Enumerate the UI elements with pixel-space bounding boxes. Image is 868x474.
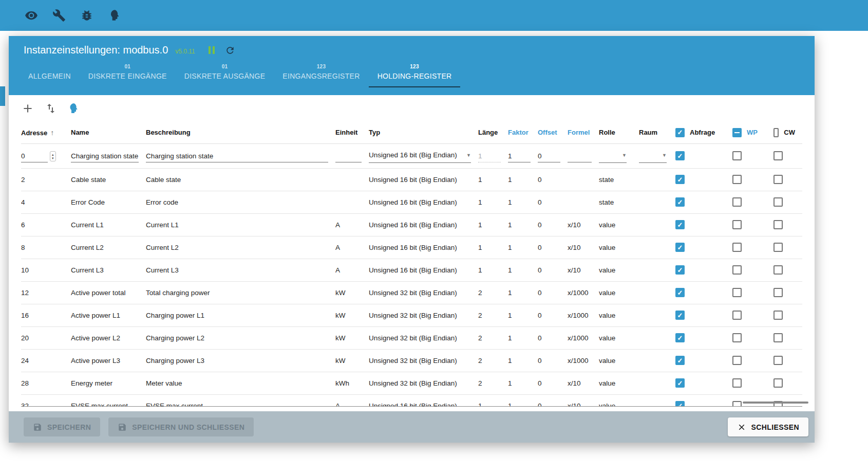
wp-checkbox[interactable] <box>732 356 742 365</box>
number-spinner[interactable]: ▴▾ <box>50 151 56 161</box>
factor-input[interactable] <box>508 150 531 162</box>
cell-room <box>639 281 675 304</box>
register-row[interactable]: 6Current L1Current L1AUnsigned 16 bit (B… <box>21 213 802 236</box>
visibility-icon[interactable] <box>25 9 38 22</box>
cell-description: Current L1 <box>146 213 335 236</box>
cw-checkbox[interactable] <box>773 265 783 275</box>
cell-offset: 0 <box>538 326 568 349</box>
wp-checkbox[interactable] <box>732 151 742 160</box>
close-button[interactable]: SCHLIESSEN <box>728 417 808 436</box>
cw-checkbox[interactable] <box>773 288 783 297</box>
description-input[interactable] <box>146 150 328 162</box>
cell-description: Meter value <box>146 372 335 394</box>
wp-checkbox[interactable] <box>732 197 742 207</box>
cell-room <box>639 236 675 259</box>
tab-diskrete-ausgaenge[interactable]: 01 DISKRETE AUSGÄNGE <box>176 56 274 87</box>
unit-input[interactable] <box>335 150 362 162</box>
cw-checkbox[interactable] <box>773 197 783 207</box>
cell-name: Active power L3 <box>71 349 146 372</box>
wp-checkbox[interactable] <box>732 243 742 252</box>
poll-checkbox[interactable] <box>675 356 685 365</box>
cw-checkbox[interactable] <box>773 243 783 252</box>
register-row[interactable]: 20Active power L2Charging power L2kWUnsi… <box>21 326 802 349</box>
cw-checkbox[interactable] <box>773 356 783 365</box>
wp-all-checkbox[interactable] <box>732 128 742 137</box>
cw-checkbox[interactable] <box>773 151 783 160</box>
wp-checkbox[interactable] <box>732 311 742 320</box>
pause-icon[interactable] <box>209 46 215 54</box>
poll-checkbox[interactable] <box>675 197 685 207</box>
cw-checkbox[interactable] <box>773 220 783 229</box>
cw-checkbox[interactable] <box>773 175 783 184</box>
add-row-icon[interactable] <box>21 102 34 115</box>
wp-checkbox[interactable] <box>732 288 742 297</box>
wp-checkbox[interactable] <box>732 175 742 184</box>
cw-all-checkbox[interactable] <box>773 128 779 137</box>
column-header-wp: WP <box>732 122 773 143</box>
auto-create-head-icon[interactable] <box>67 102 80 115</box>
poll-checkbox[interactable] <box>675 243 685 252</box>
import-export-icon[interactable] <box>45 102 57 115</box>
poll-checkbox[interactable] <box>675 175 685 184</box>
column-header-laenge: Länge <box>478 122 508 143</box>
tab-eingangsregister[interactable]: 123 EINGANGSREGISTER <box>274 56 368 87</box>
wp-checkbox[interactable] <box>732 333 742 342</box>
wp-checkbox[interactable] <box>732 378 742 388</box>
register-row[interactable]: 8Current L2Current L2AUnsigned 16 bit (B… <box>21 236 802 259</box>
wp-checkbox[interactable] <box>732 401 742 407</box>
cell-type: Unsigned 32 bit (Big Endian) <box>369 326 478 349</box>
tab-allgemein[interactable]: ALLGEMEIN <box>20 56 80 87</box>
cell-offset: 0 <box>538 349 568 372</box>
role-select[interactable]: ▼ <box>599 149 627 163</box>
head-icon[interactable] <box>108 9 121 22</box>
cell-role: value <box>599 326 639 349</box>
register-row[interactable]: 4Error CodeError codeUnsigned 16 bit (Bi… <box>21 191 802 213</box>
tab-holding-register[interactable]: 123 HOLDING-REGISTER <box>369 56 461 87</box>
register-row[interactable]: 12Active power totalTotal charging power… <box>21 281 802 304</box>
offset-input[interactable] <box>538 150 560 162</box>
poll-checkbox[interactable] <box>675 151 685 160</box>
poll-checkbox[interactable] <box>675 333 685 342</box>
poll-all-checkbox[interactable] <box>675 128 685 137</box>
bug-icon[interactable] <box>80 9 93 22</box>
cw-checkbox[interactable] <box>773 378 783 388</box>
horizontal-scrollbar[interactable] <box>743 402 808 404</box>
cell-length: 1 <box>478 191 508 213</box>
room-select[interactable]: ▼ <box>639 149 667 163</box>
wrench-icon[interactable] <box>52 9 66 22</box>
cell-room <box>639 394 675 407</box>
poll-checkbox[interactable] <box>675 401 685 407</box>
refresh-icon[interactable] <box>225 45 235 56</box>
save-and-close-button[interactable]: SPEICHERN UND SCHLIESSEN <box>108 417 254 436</box>
register-row[interactable]: 16Active power L1Charging power L1kWUnsi… <box>21 304 802 326</box>
register-row[interactable]: 24Active power L3Charging power L3kWUnsi… <box>21 349 802 372</box>
cell-length: 1 <box>478 236 508 259</box>
cell-unit: kW <box>335 304 369 326</box>
tab-bar: ALLGEMEIN 01 DISKRETE EINGÄNGE 01 DISKRE… <box>9 56 815 87</box>
poll-checkbox[interactable] <box>675 311 685 320</box>
poll-checkbox[interactable] <box>675 265 685 275</box>
wp-checkbox[interactable] <box>732 220 742 229</box>
column-header-adresse[interactable]: Adresse↑ <box>21 122 71 143</box>
wp-checkbox[interactable] <box>732 265 742 275</box>
register-row[interactable]: 28Energy meterMeter valuekWhUnsigned 32 … <box>21 372 802 394</box>
cell-description: Current L3 <box>146 259 335 281</box>
poll-checkbox[interactable] <box>675 288 685 297</box>
tab-diskrete-eingaenge[interactable]: 01 DISKRETE EINGÄNGE <box>80 56 176 87</box>
name-input[interactable] <box>71 150 139 162</box>
cell-offset: 0 <box>538 259 568 281</box>
cell-length: 1 <box>478 168 508 191</box>
poll-checkbox[interactable] <box>675 378 685 388</box>
register-row[interactable]: 2Cable stateCable stateUnsigned 16 bit (… <box>21 168 802 191</box>
poll-checkbox[interactable] <box>675 220 685 229</box>
cw-checkbox[interactable] <box>773 333 783 342</box>
cell-factor: 1 <box>508 372 538 394</box>
type-select[interactable]: Unsigned 16 bit (Big Endian) ▼ <box>369 149 471 163</box>
cw-checkbox[interactable] <box>773 311 783 320</box>
register-row[interactable]: 32EVSE max currentEVSE max currentAUnsig… <box>21 394 802 407</box>
drawer-handle[interactable] <box>0 86 5 106</box>
address-input[interactable] <box>21 150 48 162</box>
register-row[interactable]: 10Current L3Current L3AUnsigned 16 bit (… <box>21 259 802 281</box>
save-button[interactable]: SPEICHERN <box>24 417 100 436</box>
formula-input[interactable] <box>568 150 592 162</box>
